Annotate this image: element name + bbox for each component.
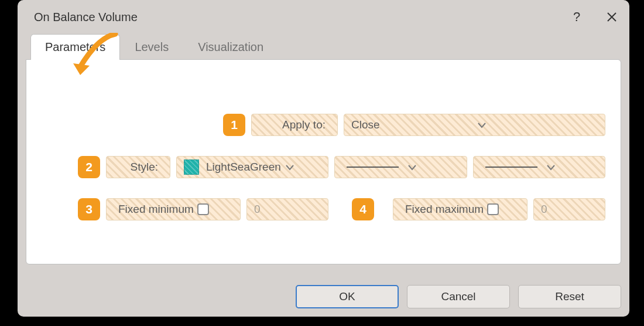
chevron-down-icon bbox=[547, 161, 599, 174]
fixed-maximum-checkbox[interactable] bbox=[487, 203, 499, 215]
style-color-swatch bbox=[184, 159, 199, 175]
fixed-minimum-checkbox[interactable] bbox=[197, 203, 209, 215]
annotation-badge-4: 4 bbox=[352, 198, 374, 220]
row-apply-to: 1 Apply to: Close bbox=[42, 114, 605, 136]
tab-bar: Parameters Levels Visualization bbox=[26, 34, 621, 60]
fixed-minimum-label: Fixed minimum bbox=[118, 203, 194, 216]
fixed-maximum-label: Fixed maximum bbox=[405, 203, 484, 216]
chevron-down-icon bbox=[408, 161, 460, 174]
ok-button[interactable]: OK bbox=[296, 285, 399, 308]
annotation-badge-1: 1 bbox=[223, 114, 245, 136]
line-preview bbox=[485, 167, 537, 168]
window-title: On Balance Volume bbox=[34, 11, 138, 24]
close-icon bbox=[607, 12, 617, 22]
style-line-width-select[interactable] bbox=[473, 156, 606, 178]
fixed-maximum-input[interactable]: 0 bbox=[533, 198, 605, 220]
annotation-badge-2: 2 bbox=[78, 156, 100, 178]
parameters-panel: 1 Apply to: Close 2 Style: LightSeaGreen bbox=[26, 59, 621, 264]
tab-parameters[interactable]: Parameters bbox=[30, 34, 120, 60]
fixed-minimum-input[interactable]: 0 bbox=[246, 198, 328, 220]
indicator-settings-dialog: On Balance Volume ? Parameters Levels Vi… bbox=[18, 0, 629, 317]
titlebar: On Balance Volume ? bbox=[18, 0, 629, 34]
close-button[interactable] bbox=[594, 0, 629, 34]
row-style: 2 Style: LightSeaGreen bbox=[42, 156, 605, 178]
cancel-button[interactable]: Cancel bbox=[407, 285, 510, 308]
style-color-select[interactable]: LightSeaGreen bbox=[176, 156, 328, 178]
fixed-minimum-option: Fixed minimum bbox=[106, 198, 241, 220]
reset-button[interactable]: Reset bbox=[518, 285, 621, 308]
apply-to-value: Close bbox=[351, 118, 473, 131]
dialog-content: Parameters Levels Visualization 1 Apply … bbox=[26, 34, 621, 276]
style-color-name: LightSeaGreen bbox=[206, 161, 281, 174]
apply-to-select[interactable]: Close bbox=[344, 114, 605, 136]
button-bar: OK Cancel Reset bbox=[18, 285, 629, 317]
chevron-down-icon bbox=[478, 118, 600, 131]
help-button[interactable]: ? bbox=[559, 0, 594, 34]
style-line-type-select[interactable] bbox=[334, 156, 467, 178]
line-preview bbox=[347, 167, 399, 168]
annotation-badge-3: 3 bbox=[78, 198, 100, 220]
tab-levels[interactable]: Levels bbox=[120, 34, 183, 60]
row-fixed-bounds: 3 Fixed minimum 0 4 Fixed maximum 0 bbox=[42, 198, 605, 220]
chevron-down-icon bbox=[286, 161, 322, 174]
style-label: Style: bbox=[106, 156, 170, 178]
apply-to-label: Apply to: bbox=[251, 114, 338, 136]
fixed-maximum-option: Fixed maximum bbox=[393, 198, 527, 220]
tab-visualization[interactable]: Visualization bbox=[183, 34, 278, 60]
